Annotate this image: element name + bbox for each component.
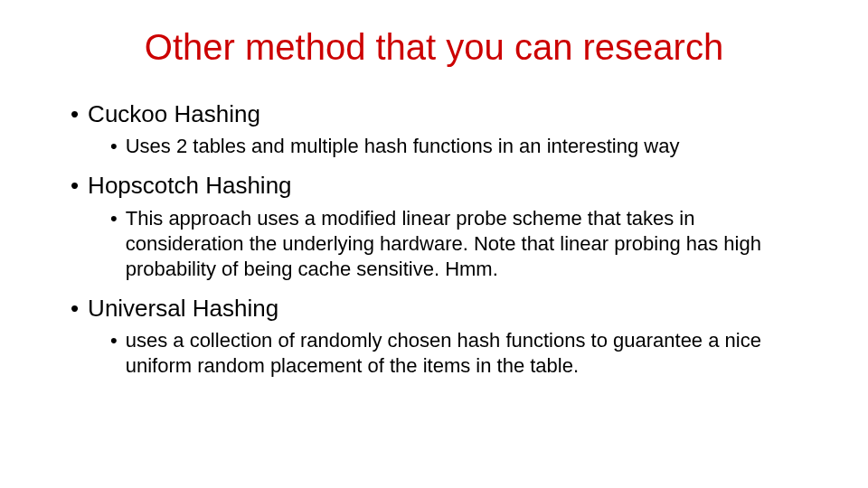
sub-list: • Uses 2 tables and multiple hash functi… — [71, 134, 797, 159]
slide: Other method that you can research • Cuc… — [0, 0, 868, 488]
sub-list-item: • This approach uses a modified linear p… — [110, 206, 797, 282]
slide-title: Other method that you can research — [0, 27, 868, 68]
list-item-label: Cuckoo Hashing — [88, 100, 260, 128]
list-item-label: Universal Hashing — [88, 295, 278, 323]
bullet-icon: • — [110, 134, 118, 159]
bullet-icon: • — [110, 206, 118, 231]
bullet-icon: • — [71, 295, 79, 323]
sub-list: • uses a collection of randomly chosen h… — [71, 328, 797, 379]
list-item-label: Hopscotch Hashing — [88, 172, 291, 200]
list-item: • Cuckoo Hashing — [71, 100, 797, 128]
list-item: • Hopscotch Hashing — [71, 172, 797, 200]
sub-list-item: • Uses 2 tables and multiple hash functi… — [110, 134, 797, 159]
bullet-icon: • — [71, 100, 79, 128]
sub-list-item-text: Uses 2 tables and multiple hash function… — [126, 134, 680, 159]
slide-content: • Cuckoo Hashing • Uses 2 tables and mul… — [0, 100, 868, 380]
sub-list: • This approach uses a modified linear p… — [71, 206, 797, 282]
sub-list-item: • uses a collection of randomly chosen h… — [110, 328, 797, 379]
list-item: • Universal Hashing — [71, 295, 797, 323]
bullet-icon: • — [71, 172, 79, 200]
sub-list-item-text: This approach uses a modified linear pro… — [126, 206, 797, 282]
sub-list-item-text: uses a collection of randomly chosen has… — [126, 328, 797, 379]
bullet-icon: • — [110, 328, 118, 353]
